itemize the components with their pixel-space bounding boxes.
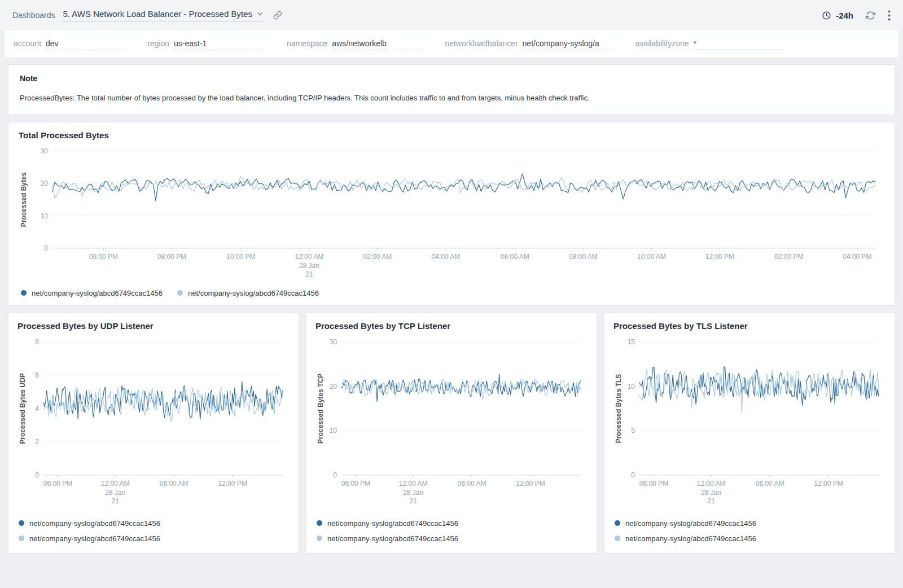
filter-bar: account dev region us-east-1 namespace a… <box>5 30 898 58</box>
filter-namespace-value[interactable]: aws/networkelb <box>332 39 422 50</box>
svg-text:30: 30 <box>330 338 337 346</box>
legend-item[interactable]: net/company-syslog/abcd6749ccac1456 <box>317 519 588 528</box>
filter-networkloadbalancer: networkloadbalancer net/company-syslog/a <box>445 39 612 50</box>
filter-account: account dev <box>14 39 125 50</box>
svg-text:06:00 AM: 06:00 AM <box>160 480 189 488</box>
svg-text:10: 10 <box>41 212 49 220</box>
series-color-dot <box>21 290 27 296</box>
chart-legend: net/company-syslog/abcd6749ccac1456 net/… <box>317 519 588 543</box>
bottom-panels-row: Processed Bytes by UDP Listener 0246806:… <box>8 313 895 554</box>
more-options-button[interactable] <box>888 10 891 21</box>
tls-listener-chart[interactable]: 05101506:00 PM12:00 AM28 Jan2106:00 AM12… <box>613 333 886 515</box>
series-name: net/company-syslog/abcd6749ccac1456 <box>327 534 458 543</box>
refresh-icon <box>866 11 875 20</box>
svg-text:10: 10 <box>330 427 337 435</box>
top-bar: Dashboards 5. AWS Network Load Balancer … <box>0 0 903 30</box>
svg-text:0: 0 <box>631 471 635 479</box>
chart-legend: net/company-syslog/abcd6749ccac1456 net/… <box>615 519 886 543</box>
filter-availabilityzone-value[interactable]: * <box>694 39 784 50</box>
panel-tls-listener: Processed Bytes by TLS Listener 05101506… <box>604 313 895 554</box>
svg-text:0: 0 <box>333 471 337 479</box>
svg-text:04:00 AM: 04:00 AM <box>432 253 461 261</box>
filter-account-value[interactable]: dev <box>46 39 125 50</box>
filter-region-label: region <box>147 39 169 48</box>
legend-item[interactable]: net/company-syslog/abcd6749ccac1456 <box>317 534 588 543</box>
chevron-down-icon <box>257 12 263 16</box>
chart-title: Total Processed Bytes <box>19 130 884 140</box>
legend-item[interactable]: net/company-syslog/abcd6749ccac1456 <box>19 534 290 543</box>
legend-item[interactable]: net/company-syslog/abcd6749ccac1456 <box>177 289 319 297</box>
link-icon <box>273 11 282 20</box>
svg-text:12:00 AM: 12:00 AM <box>399 480 428 488</box>
svg-text:28 Jan: 28 Jan <box>105 489 125 497</box>
series-name: net/company-syslog/abcd6749ccac1456 <box>625 534 756 543</box>
svg-text:02:00 AM: 02:00 AM <box>363 253 392 261</box>
time-range-button[interactable]: -24h <box>822 11 853 20</box>
svg-text:10:00 PM: 10:00 PM <box>226 253 255 261</box>
chart-legend: net/company-syslog/abcd6749ccac1456 net/… <box>19 519 290 543</box>
chart-title: Processed Bytes by TCP Listener <box>315 321 588 331</box>
svg-text:21: 21 <box>112 497 120 505</box>
svg-text:28 Jan: 28 Jan <box>299 262 319 270</box>
time-range-label: -24h <box>836 11 853 20</box>
svg-text:20: 20 <box>41 179 49 187</box>
filter-region: region us-east-1 <box>147 39 264 50</box>
legend-item[interactable]: net/company-syslog/abcd6749ccac1456 <box>21 289 163 297</box>
tcp-listener-chart[interactable]: 010203006:00 PM12:00 AM28 Jan2106:00 AM1… <box>315 333 588 515</box>
svg-text:02:00 PM: 02:00 PM <box>774 253 803 261</box>
kebab-menu-icon <box>888 10 891 21</box>
legend-item[interactable]: net/company-syslog/abcd6749ccac1456 <box>19 519 290 528</box>
svg-text:Processed Bytes TLS: Processed Bytes TLS <box>615 374 623 443</box>
svg-text:06:00 AM: 06:00 AM <box>458 480 486 488</box>
dashboard-title: 5. AWS Network Load Balancer - Processed… <box>63 9 252 19</box>
svg-text:06:00 PM: 06:00 PM <box>639 480 668 488</box>
svg-text:12:00 AM: 12:00 AM <box>697 480 726 488</box>
panel-tcp-listener: Processed Bytes by TCP Listener 01020300… <box>306 313 597 554</box>
svg-text:06:00 AM: 06:00 AM <box>756 480 784 488</box>
refresh-button[interactable] <box>866 11 875 20</box>
udp-listener-chart[interactable]: 0246806:00 PM12:00 AM28 Jan2106:00 AM12:… <box>17 333 290 515</box>
svg-text:06:00 PM: 06:00 PM <box>43 480 72 488</box>
filter-networkloadbalancer-value[interactable]: net/company-syslog/a <box>523 39 613 50</box>
svg-text:Processed Bytes UDP: Processed Bytes UDP <box>19 373 27 444</box>
series-name: net/company-syslog/abcd6749ccac1456 <box>29 519 160 528</box>
chart-legend: net/company-syslog/abcd6749ccac1456 net/… <box>21 289 884 297</box>
svg-text:21: 21 <box>410 497 418 505</box>
series-color-dot <box>317 520 322 526</box>
series-name: net/company-syslog/abcd6749ccac1456 <box>625 519 756 528</box>
series-color-dot <box>615 520 620 526</box>
svg-text:06:00 AM: 06:00 AM <box>501 253 529 261</box>
svg-text:30: 30 <box>41 147 49 155</box>
series-name: net/company-syslog/abcd6749ccac1456 <box>188 289 319 297</box>
svg-text:12:00 PM: 12:00 PM <box>705 253 734 261</box>
filter-networkloadbalancer-label: networkloadbalancer <box>445 39 518 48</box>
dashboard-title-dropdown[interactable]: 5. AWS Network Load Balancer - Processed… <box>63 9 263 21</box>
series-name: net/company-syslog/abcd6749ccac1456 <box>327 519 458 528</box>
svg-text:08:00 AM: 08:00 AM <box>569 253 598 261</box>
note-title: Note <box>20 74 883 83</box>
svg-text:Processed Bytes: Processed Bytes <box>20 172 28 227</box>
total-processed-bytes-chart[interactable]: 010203006:00 PM08:00 PM10:00 PM12:00 AM2… <box>19 142 884 286</box>
svg-text:Processed Bytes TCP: Processed Bytes TCP <box>317 374 325 444</box>
legend-item[interactable]: net/company-syslog/abcd6749ccac1456 <box>615 534 886 543</box>
svg-text:28 Jan: 28 Jan <box>701 489 721 497</box>
series-color-dot <box>19 520 24 526</box>
series-color-dot <box>177 290 183 296</box>
note-body: ProcessedBytes: The total number of byte… <box>20 93 883 103</box>
svg-text:6: 6 <box>35 371 39 379</box>
filter-account-label: account <box>14 39 41 48</box>
share-link-button[interactable] <box>273 11 282 20</box>
clock-icon <box>822 11 831 20</box>
series-name: net/company-syslog/abcd6749ccac1456 <box>29 534 160 543</box>
filter-region-value[interactable]: us-east-1 <box>174 39 264 50</box>
svg-text:0: 0 <box>44 244 48 252</box>
dashboards-breadcrumb[interactable]: Dashboards <box>12 11 55 20</box>
svg-text:2: 2 <box>35 438 39 446</box>
svg-text:12:00 AM: 12:00 AM <box>295 253 324 261</box>
legend-item[interactable]: net/company-syslog/abcd6749ccac1456 <box>615 519 886 528</box>
filter-namespace-label: namespace <box>287 39 327 48</box>
svg-text:0: 0 <box>35 471 39 479</box>
svg-text:10: 10 <box>628 382 635 390</box>
filter-availabilityzone-label: availabilityzone <box>635 39 689 48</box>
series-color-dot <box>615 536 620 541</box>
